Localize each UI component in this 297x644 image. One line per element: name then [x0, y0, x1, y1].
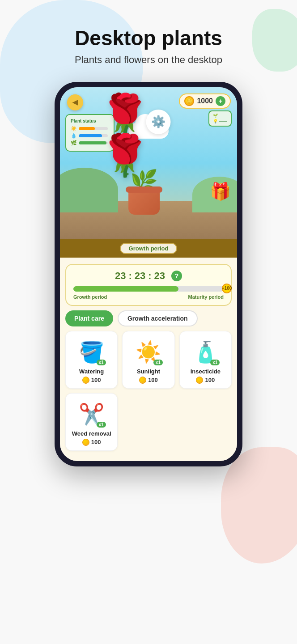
care-item-watering[interactable]: 🪣 x1 Watering 100	[65, 331, 118, 389]
insecticide-icon-wrap: 🧴 x1	[191, 338, 220, 366]
timer-display: 23 : 23 : 23 ?	[73, 270, 224, 282]
sunlight-badge: x1	[153, 360, 163, 365]
progress-bonus: +100	[222, 284, 232, 293]
watering-icon-wrap: 🪣 x1	[77, 338, 106, 366]
watering-price: 100	[82, 377, 101, 384]
progress-labels: Growth period Maturity period	[73, 294, 224, 300]
leaf-status-icon: 🌿	[71, 140, 77, 146]
timer-sep-1: :	[128, 270, 132, 282]
sun-status-icon: ☀️	[71, 126, 77, 131]
plant-pot	[128, 190, 160, 215]
plant-container: 🌹🌹 🌿	[100, 95, 188, 215]
sunlight-coin-icon	[139, 377, 146, 384]
app-subtitle: Plants and flowers on the desktop	[75, 54, 222, 66]
add-coins-button[interactable]: +	[216, 96, 225, 106]
watering-price-value: 100	[91, 377, 101, 383]
tabs-row: Plant care Growth acceleration	[65, 310, 232, 326]
weed-removal-badge: x1	[97, 422, 106, 428]
watering-badge: x1	[97, 360, 106, 365]
game-scene: ◀ 🪙 1000 + Plant status ☀️	[60, 87, 237, 239]
water-bar-fill	[79, 134, 102, 137]
watering-label: Watering	[79, 368, 104, 375]
info-icon-2: 💡	[213, 119, 218, 123]
weed-removal-label: Weed removal	[72, 430, 111, 437]
phone-inner: ◀ 🪙 1000 + Plant status ☀️	[60, 87, 237, 461]
progress-label-right: Maturity period	[188, 294, 224, 300]
watering-coin-icon	[82, 377, 89, 384]
timer-section: 23 : 23 : 23 ? +100 Growth pe	[65, 264, 232, 306]
progress-row: +100	[73, 286, 224, 292]
sunlight-price-value: 100	[148, 377, 158, 383]
progress-bar-bg: +100	[73, 286, 224, 292]
insecticide-price-value: 100	[205, 377, 215, 383]
sun-bar-fill	[79, 127, 95, 130]
info-icon-1: 🌱	[213, 114, 218, 118]
timer-minutes: 23	[135, 270, 145, 282]
timer-sep-2: :	[148, 270, 151, 282]
insecticide-badge: x1	[210, 360, 220, 365]
info-line-2: 💡 ——	[213, 119, 227, 123]
care-item-sunlight[interactable]: ☀️ x1 Sunlight 100	[122, 331, 174, 389]
care-grid: 🪣 x1 Watering 100 ☀️ x1	[65, 331, 232, 389]
progress-bar-fill	[73, 286, 178, 292]
insecticide-label: Insecticide	[191, 368, 221, 375]
care-item-insecticide[interactable]: 🧴 x1 Insecticide 100	[179, 331, 232, 389]
sunlight-price: 100	[139, 377, 158, 384]
insecticide-coin-icon	[196, 377, 203, 384]
water-status-icon: 💧	[71, 133, 77, 139]
timer-seconds: 23	[154, 270, 165, 282]
phone-mockup: ◀ 🪙 1000 + Plant status ☀️	[55, 82, 242, 466]
coin-amount: 1000	[197, 97, 213, 105]
weed-removal-icon-wrap: ✂️ x1	[77, 400, 106, 428]
growth-period-badge: Growth period	[120, 243, 178, 254]
tab-growth-acceleration[interactable]: Growth acceleration	[118, 310, 198, 326]
gift-box[interactable]: 🎁	[210, 182, 231, 201]
info-card: 🌱 —— 💡 ——	[208, 110, 232, 127]
weed-removal-coin-icon	[82, 439, 89, 446]
app-title: Desktop plants	[75, 27, 222, 50]
sunlight-label: Sunlight	[137, 368, 160, 375]
insecticide-price: 100	[196, 377, 215, 384]
tab-plant-care[interactable]: Plant care	[65, 310, 113, 326]
growth-period-section: Growth period	[60, 239, 237, 258]
back-button[interactable]: ◀	[67, 94, 83, 110]
plant-image: 🌹🌹	[100, 95, 188, 175]
bottom-panel: 23 : 23 : 23 ? +100 Growth pe	[60, 258, 237, 461]
weed-removal-price-value: 100	[91, 439, 101, 445]
gift-icon: 🎁	[210, 182, 231, 201]
care-item-weed-removal[interactable]: ✂️ x1 Weed removal 100	[65, 393, 118, 451]
weed-removal-price: 100	[82, 439, 101, 446]
timer-help-button[interactable]: ?	[171, 271, 182, 281]
info-line-1: 🌱 ——	[213, 114, 227, 118]
sunlight-icon-wrap: ☀️ x1	[134, 338, 163, 366]
progress-label-left: Growth period	[73, 294, 107, 300]
timer-hours: 23	[115, 270, 126, 282]
care-row-2: ✂️ x1 Weed removal 100	[65, 393, 232, 451]
